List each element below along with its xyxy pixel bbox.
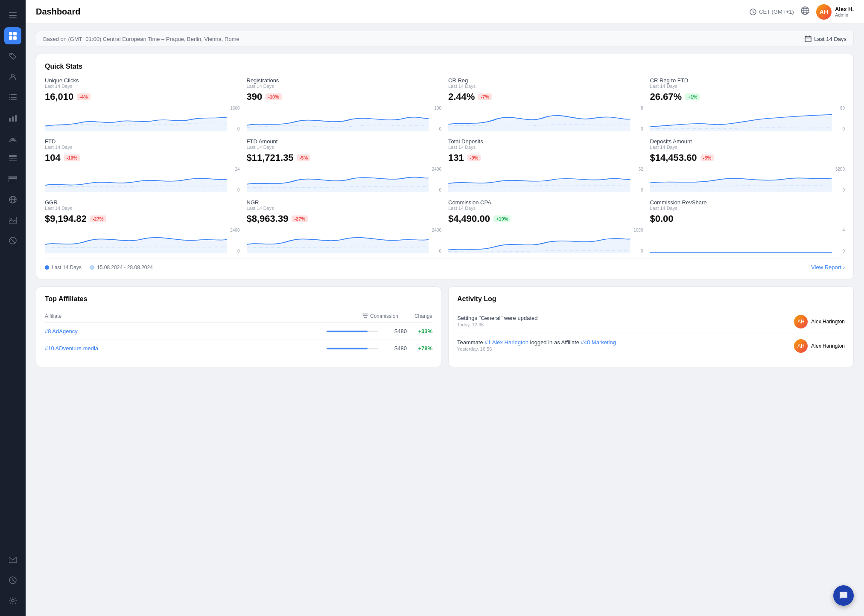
dashboard-icon[interactable] bbox=[4, 27, 21, 44]
block-icon[interactable] bbox=[4, 232, 21, 249]
mini-chart: 4 0 bbox=[650, 228, 845, 253]
list-icon[interactable] bbox=[4, 89, 21, 106]
stat-value: $4,490.00 bbox=[448, 213, 490, 224]
chart-y-max: 2400 bbox=[432, 167, 441, 171]
stats-grid-row2: FTD Last 14 Days 104 -10% 24 0 FTD Amoun bbox=[45, 138, 845, 192]
stats-grid-row3: GGR Last 14 Days $9,194.82 -27% 2400 0 N bbox=[45, 199, 845, 253]
page-title: Dashboard bbox=[36, 7, 80, 17]
bar-fill bbox=[327, 348, 368, 349]
quick-stats-card: Quick Stats Unique Clicks Last 14 Days 1… bbox=[36, 54, 854, 279]
mini-chart: 2400 0 bbox=[45, 228, 240, 253]
chart-y-max: 1000 bbox=[633, 228, 643, 232]
content-area: Based on (GMT+01:00) Central European Ti… bbox=[26, 24, 864, 616]
activity-content: Settings "General" were updated Today, 1… bbox=[457, 315, 537, 327]
mini-chart: 80 0 bbox=[650, 106, 845, 131]
stat-badge: -9% bbox=[467, 154, 481, 161]
user-icon[interactable] bbox=[4, 68, 21, 85]
svg-point-13 bbox=[9, 97, 10, 98]
language-icon[interactable] bbox=[801, 6, 809, 17]
change-value: +78% bbox=[407, 345, 432, 352]
stat-value-row: $8,963.39 -27% bbox=[247, 213, 442, 224]
svg-rect-1 bbox=[9, 15, 17, 16]
svg-rect-15 bbox=[9, 118, 11, 122]
bar-background bbox=[327, 348, 378, 349]
user-name: Alex H. bbox=[835, 6, 854, 12]
settings-icon[interactable] bbox=[4, 592, 21, 609]
chart-y-max: 4 bbox=[842, 228, 845, 232]
menu-icon[interactable] bbox=[4, 7, 21, 24]
svg-rect-17 bbox=[15, 115, 17, 122]
affiliate-name[interactable]: #10 ADventure.media bbox=[45, 345, 327, 352]
stat-value: $11,721.35 bbox=[247, 152, 294, 163]
svg-rect-0 bbox=[9, 12, 17, 13]
activity-text: Teammate #1 Alex Harington logged in as … bbox=[457, 339, 616, 346]
stat-period: Last 14 Days bbox=[448, 145, 643, 150]
date-range-picker[interactable]: Last 14 Days bbox=[805, 35, 846, 42]
legend-item-current: Last 14 Days bbox=[45, 264, 82, 270]
col-commission: Commission bbox=[362, 313, 398, 319]
chart-y-max: 100 bbox=[434, 106, 441, 110]
affiliate-name[interactable]: #8 AdAgency bbox=[45, 328, 327, 334]
mini-chart: 32 0 bbox=[448, 167, 643, 192]
date-range-label: Last 14 Days bbox=[814, 36, 846, 42]
timezone-description: Based on (GMT+01:00) Central European Ti… bbox=[43, 36, 239, 42]
chart-y-max: 8 bbox=[641, 106, 643, 110]
stat-value: 104 bbox=[45, 152, 61, 163]
stat-period: Last 14 Days bbox=[247, 206, 442, 211]
globe-icon[interactable] bbox=[4, 191, 21, 208]
user-profile[interactable]: AH Alex H. Admin bbox=[816, 4, 854, 20]
sidebar bbox=[0, 0, 26, 616]
chart-y-min: 0 bbox=[237, 127, 240, 131]
chart-y-min: 0 bbox=[641, 127, 643, 131]
clock-icon bbox=[750, 9, 756, 15]
chart-y-min: 0 bbox=[237, 188, 240, 192]
stat-badge: -7% bbox=[478, 93, 492, 100]
mini-chart: 2400 0 bbox=[247, 167, 442, 192]
svg-point-7 bbox=[11, 54, 12, 55]
svg-rect-2 bbox=[9, 17, 17, 18]
stat-label: Commission CPA bbox=[448, 199, 643, 206]
stat-period: Last 14 Days bbox=[45, 206, 240, 211]
card-icon[interactable] bbox=[4, 171, 21, 188]
tag-icon[interactable] bbox=[4, 48, 21, 65]
legend: Last 14 Days 15.08.2024 - 28.08.2024 bbox=[45, 264, 153, 270]
stat-item: CR Reg Last 14 Days 2.44% -7% 8 0 bbox=[448, 77, 643, 131]
chat-button[interactable] bbox=[833, 585, 854, 606]
svg-point-35 bbox=[12, 599, 14, 602]
chart-y-max: 3200 bbox=[835, 167, 845, 171]
view-report-button[interactable]: View Report › bbox=[811, 264, 845, 270]
username: Alex Harington bbox=[811, 343, 845, 349]
stat-badge: -27% bbox=[292, 215, 308, 222]
stat-value-row: 2.44% -7% bbox=[448, 91, 643, 102]
history-icon[interactable] bbox=[4, 572, 21, 589]
stat-period: Last 14 Days bbox=[45, 145, 240, 150]
stat-item: Commission CPA Last 14 Days $4,490.00 +1… bbox=[448, 199, 643, 253]
affiliate-link[interactable]: #40 Marketing bbox=[581, 339, 616, 346]
mini-chart: 8 0 bbox=[448, 106, 643, 131]
chart-y-max: 32 bbox=[638, 167, 643, 171]
table-icon[interactable] bbox=[4, 150, 21, 167]
signal-icon[interactable] bbox=[4, 130, 21, 147]
svg-rect-3 bbox=[9, 32, 12, 35]
stat-badge: -10% bbox=[266, 93, 282, 100]
image-icon[interactable] bbox=[4, 212, 21, 229]
commission-value: $480 bbox=[381, 345, 407, 352]
svg-rect-29 bbox=[9, 217, 17, 224]
main-content: Dashboard CET (GMT+1) AH bbox=[26, 0, 864, 616]
chart-icon[interactable] bbox=[4, 109, 21, 126]
legend-label-previous: 15.08.2024 - 28.08.2024 bbox=[97, 264, 153, 270]
stat-period: Last 14 Days bbox=[650, 84, 845, 89]
chevron-right-icon: › bbox=[843, 264, 845, 270]
stat-label: NGR bbox=[247, 199, 442, 206]
affiliate-row: #10 ADventure.media $480 +78% bbox=[45, 340, 432, 357]
svg-rect-25 bbox=[9, 177, 17, 179]
chart-y-min: 0 bbox=[842, 127, 845, 131]
mini-chart: 100 0 bbox=[247, 106, 442, 131]
affiliate-link[interactable]: #1 Alex Harington bbox=[485, 339, 528, 346]
stat-period: Last 14 Days bbox=[247, 145, 442, 150]
col-affiliate: Affiliate bbox=[45, 313, 362, 319]
mail-icon[interactable] bbox=[4, 551, 21, 568]
stat-value-row: $0.00 bbox=[650, 213, 845, 224]
stat-item: FTD Amount Last 14 Days $11,721.35 -5% 2… bbox=[247, 138, 442, 192]
svg-rect-9 bbox=[11, 94, 17, 95]
